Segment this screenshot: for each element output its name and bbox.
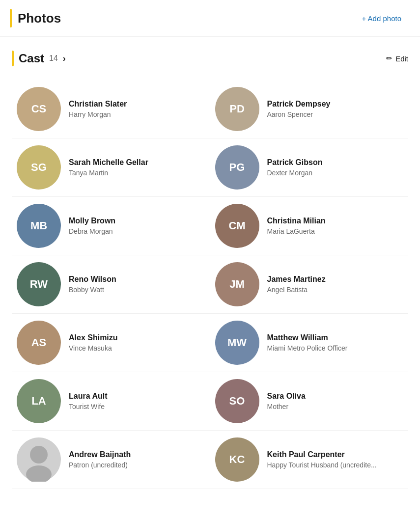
cast-info: Matthew William Miami Metro Police Offic…	[267, 333, 404, 352]
cast-name[interactable]: Laura Ault	[69, 392, 200, 401]
section-header-left: Cast 14 ›	[12, 51, 66, 66]
cast-role: Debra Morgan	[69, 227, 200, 235]
cast-info: Christina Milian Maria LaGuerta	[267, 217, 404, 235]
avatar: MW	[215, 321, 259, 365]
cast-info: Patrick Gibson Dexter Morgan	[267, 158, 404, 177]
section-accent-bar	[12, 51, 14, 66]
cast-name[interactable]: Sarah Michelle Gellar	[69, 158, 200, 167]
avatar: SG	[17, 145, 61, 190]
cast-role: Tanya Martin	[69, 169, 200, 177]
edit-label: Edit	[395, 55, 408, 63]
cast-item: Andrew Baijnath Patron (uncredited)	[12, 431, 210, 489]
cast-role: Vince Masuka	[69, 344, 200, 352]
cast-item: MB Molly Brown Debra Morgan	[12, 197, 210, 255]
cast-info: Molly Brown Debra Morgan	[69, 217, 200, 235]
avatar: SO	[215, 379, 259, 423]
svg-point-0	[30, 446, 48, 463]
cast-name[interactable]: Reno Wilson	[69, 275, 200, 284]
avatar-placeholder	[17, 437, 61, 482]
cast-name[interactable]: James Martinez	[267, 275, 404, 284]
avatar: CS	[17, 87, 61, 131]
cast-role: Bobby Watt	[69, 286, 200, 294]
cast-name[interactable]: Sara Oliva	[267, 392, 404, 401]
avatar: KC	[215, 437, 259, 482]
cast-role: Aaron Spencer	[267, 110, 404, 118]
add-photo-button[interactable]: + Add photo	[357, 11, 407, 26]
svg-point-1	[26, 465, 52, 482]
avatar: AS	[17, 321, 61, 365]
cast-name[interactable]: Andrew Baijnath	[69, 450, 200, 459]
page-title: Photos	[18, 11, 61, 26]
cast-role: Mother	[267, 403, 404, 410]
cast-section: Cast 14 › ✏ Edit CS Christian Slater Har…	[0, 37, 420, 499]
avatar: PD	[215, 87, 259, 131]
avatar: CM	[215, 204, 259, 248]
cast-info: Reno Wilson Bobby Watt	[69, 275, 200, 294]
cast-info: Andrew Baijnath Patron (uncredited)	[69, 450, 200, 469]
section-title: Cast	[19, 52, 44, 65]
avatar: MB	[17, 204, 61, 248]
avatar: RW	[17, 262, 61, 306]
cast-role: Dexter Morgan	[267, 169, 404, 177]
cast-name[interactable]: Molly Brown	[69, 217, 200, 225]
chevron-right-icon[interactable]: ›	[63, 54, 66, 64]
cast-info: Patrick Dempsey Aaron Spencer	[267, 100, 404, 118]
cast-info: Sarah Michelle Gellar Tanya Martin	[69, 158, 200, 177]
header-left: Photos	[10, 9, 61, 27]
cast-info: James Martinez Angel Batista	[267, 275, 404, 294]
cast-item: SG Sarah Michelle Gellar Tanya Martin	[12, 138, 210, 197]
cast-item: MW Matthew William Miami Metro Police Of…	[210, 314, 409, 372]
header-accent-bar	[10, 9, 12, 27]
cast-item: SO Sara Oliva Mother	[210, 372, 409, 431]
avatar: LA	[17, 379, 61, 423]
cast-item: KC Keith Paul Carpenter Happy Tourist Hu…	[210, 431, 409, 489]
cast-item: PG Patrick Gibson Dexter Morgan	[210, 138, 409, 197]
section-count: 14	[49, 54, 58, 63]
cast-role: Miami Metro Police Officer	[267, 344, 404, 352]
cast-name[interactable]: Matthew William	[267, 333, 404, 342]
cast-item: AS Alex Shimizu Vince Masuka	[12, 314, 210, 372]
cast-role: Tourist Wife	[69, 403, 200, 410]
cast-name[interactable]: Patrick Gibson	[267, 158, 404, 167]
cast-item: LA Laura Ault Tourist Wife	[12, 372, 210, 431]
cast-name[interactable]: Christina Milian	[267, 217, 404, 225]
cast-info: Laura Ault Tourist Wife	[69, 392, 200, 410]
cast-info: Sara Oliva Mother	[267, 392, 404, 410]
avatar: JM	[215, 262, 259, 306]
cast-item: CM Christina Milian Maria LaGuerta	[210, 197, 409, 255]
cast-item: RW Reno Wilson Bobby Watt	[12, 255, 210, 314]
edit-pencil-icon: ✏	[386, 54, 392, 63]
cast-grid: CS Christian Slater Harry Morgan PD Patr…	[12, 80, 408, 489]
cast-name[interactable]: Christian Slater	[69, 100, 200, 109]
edit-button[interactable]: ✏ Edit	[386, 54, 408, 63]
cast-role: Angel Batista	[267, 286, 404, 294]
cast-info: Keith Paul Carpenter Happy Tourist Husba…	[267, 450, 404, 469]
cast-name[interactable]: Patrick Dempsey	[267, 100, 404, 109]
avatar: PG	[215, 145, 259, 190]
cast-role: Maria LaGuerta	[267, 227, 404, 235]
cast-info: Christian Slater Harry Morgan	[69, 100, 200, 118]
cast-role: Patron (uncredited)	[69, 461, 200, 469]
cast-info: Alex Shimizu Vince Masuka	[69, 333, 200, 352]
page-header: Photos + Add photo	[0, 0, 420, 37]
cast-name[interactable]: Alex Shimizu	[69, 333, 200, 342]
cast-item: PD Patrick Dempsey Aaron Spencer	[210, 80, 409, 138]
cast-role: Happy Tourist Husband (uncredite...	[267, 461, 404, 469]
cast-role: Harry Morgan	[69, 110, 200, 118]
cast-item: JM James Martinez Angel Batista	[210, 255, 409, 314]
section-header: Cast 14 › ✏ Edit	[12, 51, 408, 66]
cast-item: CS Christian Slater Harry Morgan	[12, 80, 210, 138]
cast-name[interactable]: Keith Paul Carpenter	[267, 450, 404, 459]
